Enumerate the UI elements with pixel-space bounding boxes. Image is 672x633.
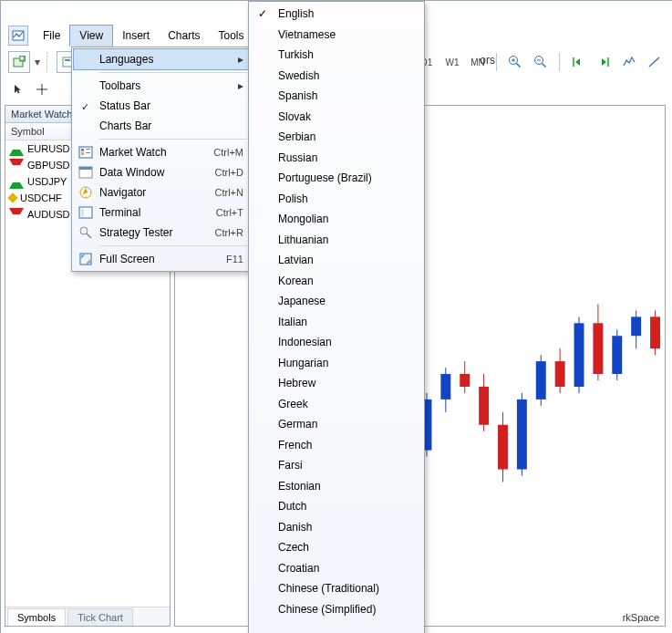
language-item[interactable]: Slovak <box>251 107 422 128</box>
menu-item-navigator[interactable]: Navigator Ctrl+N <box>74 182 251 202</box>
language-item[interactable]: French <box>251 435 422 456</box>
menu-item-label: Charts Bar <box>99 119 151 132</box>
tab-symbols[interactable]: Symbols <box>7 608 66 626</box>
svg-rect-30 <box>460 374 470 387</box>
chart-shift-icon[interactable] <box>593 52 615 72</box>
language-item[interactable]: Hungarian <box>251 353 422 374</box>
menu-view[interactable]: View <box>69 25 113 47</box>
toolbar-right: H4 D1 W1 MN <box>390 50 666 74</box>
language-item[interactable]: Korean <box>251 271 422 292</box>
language-item[interactable]: Latvian <box>251 250 422 271</box>
language-label: Slovak <box>278 110 311 123</box>
arrow-down-icon <box>9 208 24 222</box>
language-item[interactable]: Japanese <box>251 291 422 312</box>
language-item[interactable]: Swedish <box>251 66 422 87</box>
language-item[interactable]: Greek <box>251 394 422 415</box>
svg-rect-34 <box>498 425 508 470</box>
language-item[interactable]: Mongolian <box>251 209 422 230</box>
menu-item-statusbar[interactable]: Status Bar <box>74 96 251 116</box>
menu-item-full-screen[interactable]: Full Screen F11 <box>74 249 251 269</box>
zoom-in-icon[interactable] <box>504 52 526 72</box>
crosshair-icon[interactable] <box>32 79 52 99</box>
svg-rect-4 <box>65 59 70 61</box>
strategy-tester-icon <box>78 225 94 240</box>
language-item[interactable]: Vietnamese <box>251 25 422 46</box>
language-item[interactable]: ✓English <box>251 4 422 25</box>
svg-rect-52 <box>81 149 84 151</box>
language-item[interactable]: Farsi <box>251 455 422 476</box>
language-item[interactable]: Lithuanian <box>251 230 422 251</box>
terminal-icon <box>78 205 94 220</box>
symbol-label: AUDUSD <box>27 209 69 220</box>
languages-submenu: ✓EnglishVietnameseTurkishSwedishSpanishS… <box>248 1 425 633</box>
arrow-down-icon <box>9 159 24 172</box>
menu-item-label: Status Bar <box>99 99 150 112</box>
language-label: Croatian <box>278 562 319 575</box>
svg-rect-55 <box>86 152 90 153</box>
language-label: Turkish <box>278 48 314 61</box>
menu-item-data-window[interactable]: Data Window Ctrl+D <box>74 162 251 182</box>
language-label: Mongolian <box>278 213 328 225</box>
language-item[interactable]: Indonesian <box>251 332 422 353</box>
new-chart-button[interactable] <box>8 51 30 73</box>
language-item[interactable]: Turkish <box>251 45 422 66</box>
language-item[interactable]: Russian <box>251 148 422 169</box>
toolbar-separator <box>47 52 51 72</box>
menu-item-strategy-tester[interactable]: Strategy Tester Ctrl+R <box>74 223 251 243</box>
menu-item-languages[interactable]: Languages ▸ <box>73 48 252 70</box>
svg-point-61 <box>80 227 88 234</box>
zoom-out-icon[interactable] <box>530 52 552 72</box>
menu-tools[interactable]: Tools <box>210 26 253 46</box>
indicator-icon[interactable] <box>618 52 640 72</box>
language-label: Spanish <box>278 89 317 102</box>
scroll-end-icon[interactable] <box>567 52 589 72</box>
menu-item-label: Toolbars <box>99 79 140 92</box>
menu-charts[interactable]: Charts <box>159 26 209 46</box>
language-item[interactable]: Spanish <box>251 86 422 107</box>
menu-item-label: Data Window <box>99 166 164 179</box>
language-item[interactable]: Italian <box>251 312 422 333</box>
menu-item-terminal[interactable]: Terminal Ctrl+T <box>74 202 251 223</box>
svg-rect-50 <box>650 316 660 348</box>
language-item[interactable]: Polish <box>251 189 422 210</box>
svg-rect-42 <box>574 323 584 387</box>
language-label: Danish <box>278 521 312 534</box>
menu-item-market-watch[interactable]: Market Watch Ctrl+M <box>74 142 251 162</box>
language-item[interactable]: Danish <box>251 517 422 538</box>
menu-item-toolbars[interactable]: Toolbars ▸ <box>74 76 251 96</box>
menu-item-label: Navigator <box>99 186 146 199</box>
menu-item-label: Terminal <box>99 206 140 219</box>
svg-rect-32 <box>479 387 489 425</box>
menu-item-chartsbar[interactable]: Charts Bar <box>74 116 251 136</box>
language-item[interactable]: Czech <box>251 537 422 558</box>
language-item[interactable]: Hebrew <box>251 373 422 394</box>
svg-rect-53 <box>81 152 84 155</box>
data-window-icon <box>78 165 94 180</box>
language-item[interactable]: Croatian <box>251 558 422 579</box>
language-label: Portuguese (Brazil) <box>278 171 372 184</box>
language-item[interactable]: Estonian <box>251 476 422 497</box>
market-watch-icon <box>78 145 94 160</box>
timeframe-w1[interactable]: W1 <box>441 52 463 72</box>
language-item[interactable]: Serbian <box>251 127 422 148</box>
menu-separator <box>99 72 247 73</box>
language-item[interactable]: Portuguese (Brazil) <box>251 168 422 189</box>
svg-rect-48 <box>631 316 641 336</box>
trendline-icon[interactable] <box>644 52 666 72</box>
dropdown-arrow-icon[interactable]: ▾ <box>34 52 41 72</box>
language-label: Farsi <box>278 459 303 472</box>
menu-insert[interactable]: Insert <box>113 26 159 46</box>
language-item[interactable]: Chinese (Simplified) <box>251 599 422 620</box>
view-menu-dropdown: Languages ▸ Toolbars ▸ Status Bar Charts… <box>71 47 253 272</box>
cursor-icon[interactable] <box>8 79 28 99</box>
menu-file[interactable]: File <box>34 26 69 46</box>
language-item[interactable]: Chinese (Traditional) <box>251 578 422 599</box>
tab-tick-chart[interactable]: Tick Chart <box>67 608 133 626</box>
menu-separator <box>99 245 247 246</box>
language-label: Hungarian <box>278 357 328 369</box>
svg-rect-57 <box>79 167 92 170</box>
language-item[interactable]: Dutch <box>251 496 422 517</box>
shortcut-label: F11 <box>226 254 243 265</box>
language-label: Indonesian <box>278 336 332 348</box>
language-item[interactable]: German <box>251 414 422 435</box>
